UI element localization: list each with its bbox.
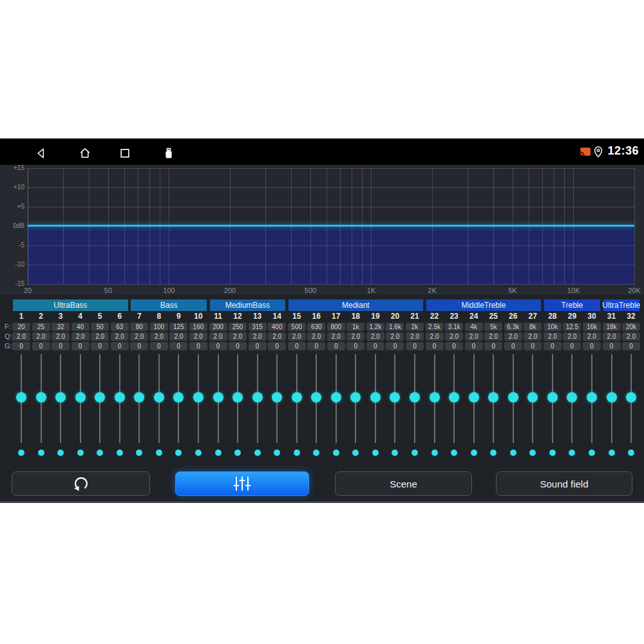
slider-knob[interactable] xyxy=(508,392,518,402)
channel-dot[interactable] xyxy=(38,450,44,456)
slider-knob[interactable] xyxy=(607,392,617,402)
q-value[interactable]: 2.0 xyxy=(426,332,444,341)
channel-dot[interactable] xyxy=(628,450,634,456)
freq-value[interactable]: 800 xyxy=(327,323,345,331)
slider-knob[interactable] xyxy=(55,392,66,402)
slider-knob[interactable] xyxy=(410,392,420,402)
slider-knob[interactable] xyxy=(173,392,184,402)
freq-value[interactable]: 2.5k xyxy=(426,323,444,331)
q-value[interactable]: 2.0 xyxy=(406,332,424,341)
slider-knob[interactable] xyxy=(115,392,125,402)
gain-value[interactable]: 0 xyxy=(307,342,325,350)
channel-dot[interactable] xyxy=(451,450,457,456)
channel-dot[interactable] xyxy=(431,450,438,456)
gain-value[interactable]: 0 xyxy=(32,342,50,350)
reset-button[interactable] xyxy=(12,471,150,496)
gain-value[interactable]: 0 xyxy=(622,342,640,350)
gain-value[interactable]: 0 xyxy=(150,342,168,350)
gain-value[interactable]: 0 xyxy=(288,342,306,350)
slider-knob[interactable] xyxy=(430,392,440,402)
slider-knob[interactable] xyxy=(95,392,105,402)
freq-value[interactable]: 20 xyxy=(12,323,30,331)
channel-dot[interactable] xyxy=(175,450,182,456)
gain-value[interactable]: 0 xyxy=(91,342,109,350)
q-value[interactable]: 2.0 xyxy=(346,332,365,341)
channel-dot[interactable] xyxy=(195,450,202,456)
slider-knob[interactable] xyxy=(213,392,223,402)
gain-value[interactable]: 0 xyxy=(229,342,247,350)
q-value[interactable]: 2.0 xyxy=(307,332,325,341)
q-value[interactable]: 2.0 xyxy=(504,332,522,341)
q-value[interactable]: 2.0 xyxy=(288,332,306,341)
freq-value[interactable]: 8k xyxy=(524,323,542,331)
gain-value[interactable]: 0 xyxy=(189,342,207,350)
channel-dot[interactable] xyxy=(392,450,398,456)
q-value[interactable]: 2.0 xyxy=(150,332,168,341)
slider-knob[interactable] xyxy=(134,392,144,402)
channel-dot[interactable] xyxy=(569,450,575,456)
gain-value[interactable]: 0 xyxy=(603,342,621,350)
channel-dot[interactable] xyxy=(77,450,84,456)
slider-knob[interactable] xyxy=(193,392,204,402)
q-value[interactable]: 2.0 xyxy=(32,332,50,341)
q-value[interactable]: 2.0 xyxy=(366,332,384,341)
slider-knob[interactable] xyxy=(626,392,636,402)
gain-value[interactable]: 0 xyxy=(366,342,384,350)
freq-value[interactable]: 12.5 xyxy=(563,323,581,331)
eq-button[interactable] xyxy=(175,471,309,496)
home-icon[interactable] xyxy=(79,147,91,160)
channel-dot[interactable] xyxy=(529,450,536,456)
channel-dot[interactable] xyxy=(510,450,516,456)
freq-value[interactable]: 630 xyxy=(307,323,325,331)
q-value[interactable]: 2.0 xyxy=(111,332,129,341)
channel-dot[interactable] xyxy=(215,450,222,456)
q-value[interactable]: 2.0 xyxy=(229,332,247,341)
slider-knob[interactable] xyxy=(16,392,26,402)
slider-knob[interactable] xyxy=(488,392,498,402)
q-value[interactable]: 2.0 xyxy=(544,332,562,341)
q-value[interactable]: 2.0 xyxy=(169,332,187,341)
channel-dot[interactable] xyxy=(352,450,359,456)
scene-button[interactable]: Scene xyxy=(335,471,472,496)
gain-value[interactable]: 0 xyxy=(111,342,129,350)
channel-dot[interactable] xyxy=(274,450,280,456)
slider-knob[interactable] xyxy=(370,392,381,402)
band-ultratreble[interactable]: UltraTreble xyxy=(603,299,640,311)
gain-value[interactable]: 0 xyxy=(504,342,522,350)
q-value[interactable]: 2.0 xyxy=(484,332,502,341)
freq-value[interactable]: 6.3k xyxy=(504,323,522,331)
slider-knob[interactable] xyxy=(587,392,597,402)
gain-value[interactable]: 0 xyxy=(130,342,148,350)
channel-dot[interactable] xyxy=(589,450,595,456)
freq-value[interactable]: 5k xyxy=(484,323,502,331)
freq-value[interactable]: 1.6k xyxy=(386,323,404,331)
freq-value[interactable]: 160 xyxy=(189,323,207,331)
gain-value[interactable]: 0 xyxy=(169,342,187,350)
back-icon[interactable] xyxy=(35,147,48,160)
gain-value[interactable]: 0 xyxy=(209,342,227,350)
channel-dot[interactable] xyxy=(234,450,241,456)
q-value[interactable]: 2.0 xyxy=(445,332,463,341)
channel-dot[interactable] xyxy=(18,450,24,456)
freq-value[interactable]: 63 xyxy=(111,323,129,331)
gain-value[interactable]: 0 xyxy=(386,342,404,350)
channel-dot[interactable] xyxy=(372,450,379,456)
gain-value[interactable]: 0 xyxy=(563,342,581,350)
freq-value[interactable]: 400 xyxy=(268,323,286,331)
freq-value[interactable]: 200 xyxy=(209,323,227,331)
gain-value[interactable]: 0 xyxy=(52,342,70,350)
freq-value[interactable]: 4k xyxy=(465,323,483,331)
freq-value[interactable]: 250 xyxy=(229,323,247,331)
q-value[interactable]: 2.0 xyxy=(583,332,601,341)
channel-dot[interactable] xyxy=(549,450,556,456)
gain-value[interactable]: 0 xyxy=(484,342,502,350)
gain-value[interactable]: 0 xyxy=(445,342,463,350)
slider-knob[interactable] xyxy=(75,392,86,402)
slider-knob[interactable] xyxy=(449,392,459,402)
freq-value[interactable]: 16k xyxy=(583,323,601,331)
slider-knob[interactable] xyxy=(390,392,400,402)
gain-value[interactable]: 0 xyxy=(406,342,424,350)
freq-value[interactable]: 80 xyxy=(130,323,148,331)
channel-dot[interactable] xyxy=(294,450,300,456)
gain-value[interactable]: 0 xyxy=(544,342,562,350)
